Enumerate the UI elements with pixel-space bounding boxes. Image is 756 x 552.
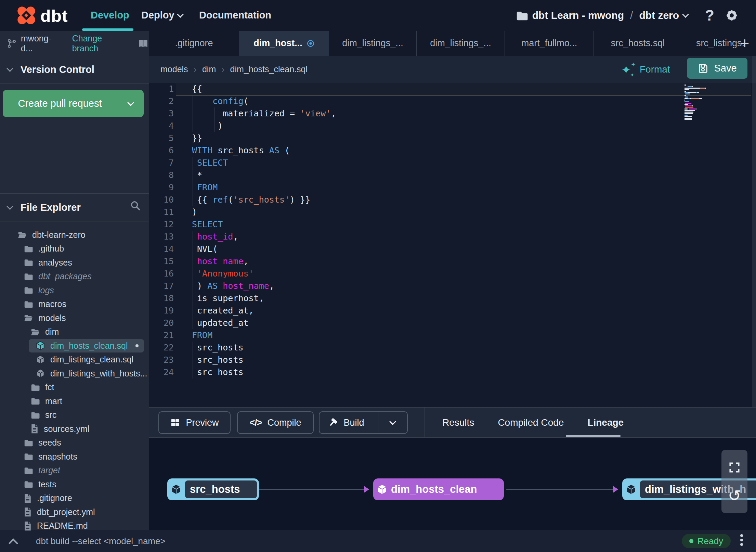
lineage-node-dim-hosts-clean[interactable]: dim_hosts_clean: [373, 478, 504, 500]
tab-compiled-code[interactable]: Compiled Code: [498, 417, 564, 428]
file-tree-item-fct[interactable]: fct: [0, 381, 149, 395]
file-name: snapshots: [38, 452, 77, 462]
file-tree-item-sources-yml[interactable]: sources.yml: [0, 422, 149, 436]
file-explorer-header[interactable]: File Explorer: [0, 193, 149, 221]
code-content[interactable]: {{ config( materialized = 'view', )}}WIT…: [192, 83, 749, 378]
file-tree-item-dbt-project-yml[interactable]: dbt_project.yml: [0, 505, 149, 519]
nav-documentation[interactable]: Documentation: [199, 10, 271, 21]
file-tree-item--github[interactable]: .github: [0, 242, 149, 256]
editor-tab-dim-listings-[interactable]: dim_listings_...: [329, 31, 417, 56]
new-tab-button[interactable]: +: [735, 33, 754, 53]
file-tree-item-target[interactable]: target: [0, 464, 149, 478]
top-nav: dbt Develop Deploy Documentation dbt Lea…: [0, 0, 756, 31]
chevron-down-icon: [177, 11, 184, 18]
file-tree-item-dim-listings-clean-sql[interactable]: dim_listings_clean.sql: [0, 353, 149, 367]
nav-deploy[interactable]: Deploy: [141, 10, 183, 21]
save-button[interactable]: Save: [687, 58, 747, 79]
dbt-wordmark: dbt: [40, 6, 68, 26]
fullscreen-icon[interactable]: [728, 461, 741, 474]
search-icon[interactable]: [130, 200, 141, 211]
refresh-icon[interactable]: ↺: [728, 489, 741, 502]
tab-results[interactable]: Results: [442, 417, 474, 428]
file-name: dbt_packages: [38, 271, 92, 281]
change-branch-link[interactable]: Change branch: [72, 34, 129, 53]
folder-open-icon: [17, 230, 27, 240]
file-tree-item-analyses[interactable]: analyses: [0, 256, 149, 270]
help-icon[interactable]: ?: [705, 7, 714, 24]
breadcrumb-dim[interactable]: dim: [202, 64, 216, 74]
file-tree-item-dbt-packages[interactable]: dbt_packages: [0, 270, 149, 284]
file-tree-item-logs[interactable]: logs: [0, 283, 149, 297]
editor-tab-src-hosts-sql[interactable]: src_hosts.sql: [594, 31, 682, 56]
file-tree: dbt-learn-zero.githubanalysesdbt_package…: [0, 228, 149, 533]
dbt-logo-icon[interactable]: [15, 4, 37, 26]
expand-panel-chevron-up-icon[interactable]: [8, 536, 19, 547]
file-tree-item-dim-listings-with-hosts-[interactable]: dim_listings_with_hosts...: [0, 367, 149, 381]
editor-tab-dim-listings-[interactable]: dim_listings_...: [417, 31, 505, 56]
folder-icon: [23, 271, 34, 282]
file-tree-item-dim[interactable]: dim: [0, 325, 149, 339]
model-cube-icon: [167, 483, 185, 496]
folder-icon: [30, 410, 40, 420]
breadcrumb-file: dim_hosts_clean.sql: [230, 64, 308, 74]
settings-gear-icon[interactable]: [725, 8, 739, 23]
minimap[interactable]: [685, 85, 708, 120]
editor-tab-dim-host-[interactable]: dim_host...: [239, 31, 329, 56]
preview-button[interactable]: Preview: [158, 411, 231, 434]
editor-scrollbar[interactable]: [752, 56, 756, 407]
file-icon: [23, 507, 32, 517]
file-tree-item-snapshots[interactable]: snapshots: [0, 450, 149, 464]
code-line: src_hosts: [192, 342, 749, 354]
environment-name: dbt zero: [639, 10, 679, 21]
tab-label: dim_host...: [253, 38, 302, 49]
editor-tab-mart-fullmo-[interactable]: mart_fullmo...: [505, 31, 594, 56]
tab-lineage[interactable]: Lineage: [587, 417, 624, 428]
file-name: logs: [38, 285, 54, 295]
tab-label: .gitignore: [175, 38, 213, 49]
branch-name: mwong-d...: [21, 34, 62, 53]
project-selector[interactable]: dbt Learn - mwong / dbt zero ?: [515, 0, 739, 31]
file-name: mart: [45, 396, 62, 406]
file-tree-item-src[interactable]: src: [0, 408, 149, 422]
compile-button[interactable]: </> Compile: [237, 411, 314, 434]
build-dropdown-toggle[interactable]: [378, 412, 407, 433]
folder-open-icon: [30, 327, 40, 337]
breadcrumb-models[interactable]: models: [160, 64, 188, 74]
file-tree-item-dbt-learn-zero[interactable]: dbt-learn-zero: [0, 228, 149, 242]
version-control-header[interactable]: Version Control: [0, 56, 149, 84]
lineage-edge: [506, 489, 618, 490]
create-pull-request-button[interactable]: Create pull request: [3, 90, 144, 117]
code-line: WITH src_hosts AS (: [192, 144, 749, 157]
kebab-menu-icon[interactable]: [740, 534, 743, 546]
active-panel-tab-underline: [566, 435, 621, 437]
editor-tab--gitignore[interactable]: .gitignore: [149, 31, 239, 56]
file-tree-item-mart[interactable]: mart: [0, 394, 149, 408]
nav-develop[interactable]: Develop: [91, 10, 129, 21]
file-tree-item-macros[interactable]: macros: [0, 297, 149, 311]
format-button[interactable]: ✦✦✦ Format: [621, 56, 670, 83]
file-name: macros: [38, 299, 66, 309]
file-tree-item-seeds[interactable]: seeds: [0, 436, 149, 450]
lineage-controls: ↺: [721, 450, 747, 513]
folder-icon: [23, 244, 34, 254]
lineage-canvas[interactable]: src_hosts dim_hosts_clean dim_listings_w…: [149, 438, 756, 530]
breadcrumb: models › dim › dim_hosts_clean.sql: [160, 56, 308, 83]
file-tree-item-dim-hosts-clean-sql[interactable]: dim_hosts_clean.sql: [0, 339, 149, 353]
file-tree-item-models[interactable]: models: [0, 311, 149, 325]
cli-command-hint[interactable]: dbt build --select <model_name>: [36, 530, 166, 552]
file-tree-item--gitignore[interactable]: .gitignore: [0, 491, 149, 505]
folder-icon: [23, 479, 34, 489]
docs-book-icon[interactable]: [138, 38, 149, 49]
tab-label: src_hosts.sql: [611, 38, 665, 49]
build-button[interactable]: Build: [319, 411, 408, 434]
code-line: is_superhost,: [192, 292, 749, 305]
file-icon: [30, 424, 39, 434]
lineage-node-src-hosts[interactable]: src_hosts: [167, 478, 259, 500]
code-icon: </>: [249, 418, 262, 428]
pr-dropdown-toggle[interactable]: [117, 90, 144, 117]
folder-icon: [23, 465, 34, 476]
cube-icon: [35, 341, 45, 351]
code-line: host_id,: [192, 231, 749, 243]
code-line: src_hosts: [192, 366, 749, 378]
file-tree-item-tests[interactable]: tests: [0, 477, 149, 491]
